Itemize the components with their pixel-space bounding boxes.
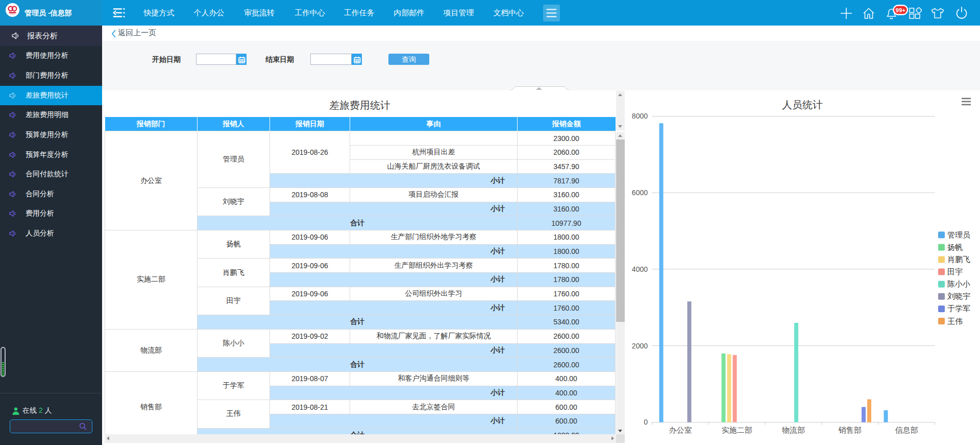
svg-text:人员统计: 人员统计 [782, 99, 823, 110]
svg-text:扬帆: 扬帆 [947, 243, 963, 251]
svg-text:销售部: 销售部 [838, 426, 862, 434]
svg-text:田宇: 田宇 [947, 267, 963, 276]
svg-text:0: 0 [644, 418, 648, 426]
svg-text:实施二部: 实施二部 [722, 426, 752, 434]
svg-text:物流部: 物流部 [782, 426, 805, 434]
svg-text:管理员: 管理员 [947, 230, 970, 239]
svg-text:肖鹏飞: 肖鹏飞 [947, 255, 970, 264]
svg-text:刘晓宇: 刘晓宇 [947, 292, 970, 300]
svg-text:王伟: 王伟 [947, 317, 963, 325]
svg-text:8000: 8000 [632, 112, 648, 120]
svg-text:2000: 2000 [632, 342, 648, 350]
svg-text:信息部: 信息部 [895, 426, 918, 434]
svg-text:6000: 6000 [632, 189, 648, 197]
svg-text:于学军: 于学军 [947, 304, 970, 313]
svg-text:99+: 99+ [896, 7, 906, 13]
svg-text:办公室: 办公室 [669, 426, 692, 434]
svg-text:陈小小: 陈小小 [947, 279, 970, 288]
svg-text:4000: 4000 [632, 265, 648, 273]
